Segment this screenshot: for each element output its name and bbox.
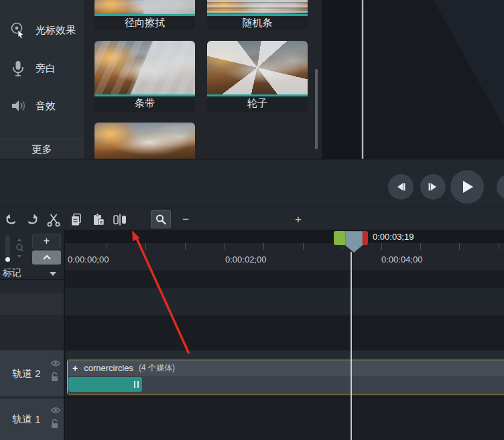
- sidebar-item-sound-effects[interactable]: 音效: [9, 94, 83, 117]
- paste-button[interactable]: [90, 211, 107, 228]
- timeline-left-column: + 标记 轨道 2: [0, 230, 64, 440]
- timeline-ruler[interactable]: 0:00:00;00 0:00:02;00 0:00:04;00: [65, 243, 504, 271]
- split-button[interactable]: [111, 211, 129, 228]
- ruler-time-label: 0:00:02;00: [225, 254, 266, 265]
- timeline-zoom-tool-button[interactable]: [151, 210, 171, 228]
- playhead-time-label: 0:00:03;19: [373, 232, 414, 242]
- ruler-time-label: 0:00:00;00: [68, 254, 109, 265]
- timeline-tracks-area: 0:00:00;00 0:00:02;00 0:00:04;00 + corne…: [65, 230, 504, 440]
- playhead-in-handle[interactable]: [334, 231, 345, 245]
- preview-canvas: [322, 0, 504, 159]
- magnifier-icon: [154, 213, 168, 226]
- timeline: + 标记 轨道 2: [0, 230, 504, 440]
- play-button[interactable]: [450, 170, 484, 204]
- track-lock-icon[interactable]: [50, 419, 59, 429]
- undo-icon: [4, 212, 19, 227]
- ruler-time-label: 0:00:04;00: [381, 254, 422, 265]
- transition-label: 随机条: [207, 16, 308, 30]
- track-header-1[interactable]: 轨道 1: [0, 398, 64, 440]
- transition-card-radial-wipe[interactable]: 径向擦拭: [94, 0, 195, 30]
- group-clip-header[interactable]: + cornercircles (4 个媒体): [68, 360, 504, 376]
- transition-card-partial[interactable]: [94, 123, 195, 159]
- track-label: 轨道 1: [12, 413, 41, 426]
- sidebar-item-cursor-effects[interactable]: 光标效果: [9, 19, 83, 42]
- group-expand-button[interactable]: +: [72, 363, 78, 374]
- transition-card-bands[interactable]: 条带: [94, 41, 195, 113]
- media-sidebar: 光标效果 旁白 音效 更多: [0, 0, 84, 159]
- camtasia-app: 光标效果 旁白 音效 更多 径向擦拭: [0, 0, 504, 440]
- chevron-up-icon: [42, 254, 52, 261]
- microphone-icon: [9, 60, 27, 77]
- track-1-lane: [65, 398, 504, 440]
- track-label: 轨道 2: [12, 367, 41, 380]
- playhead-out-handle[interactable]: [363, 231, 368, 245]
- step-back-button[interactable]: [388, 174, 414, 200]
- last-frame-button[interactable]: [497, 174, 504, 200]
- transition-card-random-bars[interactable]: 随机条: [207, 0, 308, 30]
- transition-thumbnail: [94, 41, 195, 94]
- transition-thumbnail: [94, 0, 195, 14]
- canvas-edge-line: [362, 0, 363, 159]
- track-lock-icon[interactable]: [50, 372, 59, 382]
- group-clip-cornercircles[interactable]: + cornercircles (4 个媒体): [67, 351, 504, 395]
- collapse-tracks-button[interactable]: [32, 250, 61, 265]
- track-header-2[interactable]: 轨道 2: [0, 350, 64, 396]
- timeline-toolbar: − +: [0, 208, 504, 230]
- play-icon: [459, 179, 475, 195]
- zoom-in-button[interactable]: +: [295, 208, 302, 230]
- copy-icon: [69, 212, 84, 227]
- redo-button[interactable]: [23, 211, 41, 228]
- panel-scrollbar[interactable]: [315, 69, 318, 149]
- sidebar-item-narration[interactable]: 旁白: [9, 57, 83, 80]
- step-back-icon: [395, 181, 407, 193]
- transition-thumbnail: [207, 0, 308, 14]
- playback-bar: [0, 159, 504, 208]
- split-icon: [112, 212, 128, 227]
- paste-icon: [91, 212, 106, 227]
- scissors-icon: [46, 212, 62, 228]
- speaker-icon: [9, 97, 27, 115]
- transition-label: 径向擦拭: [94, 16, 195, 30]
- transitions-panel: 径向擦拭 随机条 条带 轮子: [84, 0, 322, 159]
- sidebar-item-label: 音效: [36, 100, 56, 113]
- group-clip-media-count: (4 个媒体): [139, 362, 175, 374]
- transition-label: 轮子: [207, 96, 308, 111]
- transition-label: 条带: [94, 96, 195, 111]
- transition-card-wheel[interactable]: 轮子: [207, 41, 308, 113]
- cursor-effects-icon: [9, 21, 27, 39]
- sidebar-item-label: 旁白: [36, 62, 56, 75]
- playhead-line[interactable]: [351, 252, 352, 440]
- step-forward-button[interactable]: [420, 174, 446, 200]
- redo-icon: [25, 212, 40, 227]
- cut-button[interactable]: [45, 211, 62, 228]
- copy-button[interactable]: [68, 211, 85, 228]
- transition-thumbnail: [94, 123, 195, 159]
- undo-button[interactable]: [3, 211, 20, 228]
- playhead-handle[interactable]: [345, 231, 363, 253]
- group-clip-name: cornercircles: [84, 363, 133, 373]
- track-visibility-eye-icon[interactable]: [50, 407, 61, 414]
- add-track-button[interactable]: +: [32, 234, 61, 248]
- sidebar-more-button[interactable]: 更多: [0, 139, 84, 159]
- chevron-down-icon: [50, 272, 56, 276]
- marker-dropdown[interactable]: 标记: [0, 267, 64, 279]
- zoom-out-button[interactable]: −: [182, 208, 189, 230]
- transition-thumbnail: [207, 41, 308, 94]
- sidebar-item-label: 光标效果: [36, 24, 76, 37]
- track-height-slider[interactable]: [5, 235, 10, 259]
- step-forward-icon: [427, 181, 439, 193]
- vertical-zoom-icon: [14, 237, 25, 260]
- media-clip-teal[interactable]: [68, 377, 142, 392]
- track-visibility-eye-icon[interactable]: [50, 360, 61, 367]
- clip-trim-handle[interactable]: [134, 381, 139, 388]
